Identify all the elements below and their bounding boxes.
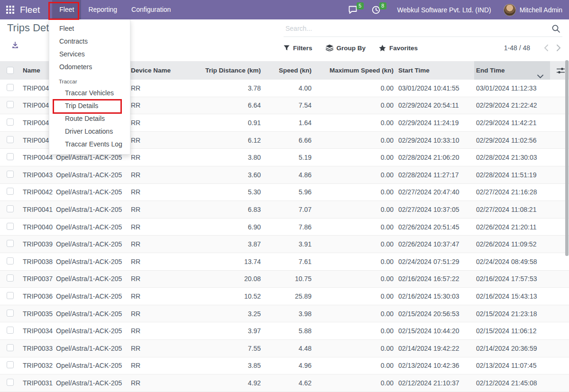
dropdown-item-driver-locations[interactable]: Driver Locations [49, 125, 130, 138]
row-checkbox[interactable] [7, 101, 14, 108]
row-checkbox[interactable] [7, 136, 14, 143]
row-checkbox[interactable] [7, 240, 14, 247]
search-icon[interactable] [551, 24, 560, 35]
cell-maximum-speed[interactable]: 0.00 [314, 171, 396, 179]
cell-speed[interactable]: 5.88 [264, 327, 314, 335]
cell-trip-distance[interactable]: 5.30 [190, 188, 264, 196]
cell-start-time[interactable]: 02/15/2024 10:44:20 [396, 327, 474, 335]
dropdown-item-fleet[interactable]: Fleet [49, 22, 130, 35]
table-row[interactable]: TRIP0032 Opel/Astra/1-ACK-205 RR 3.85 4.… [0, 357, 569, 375]
pager-count[interactable]: 1-48 / 48 [504, 44, 530, 52]
cell-end-time[interactable]: 02/15/2024 11:06:12 [474, 327, 550, 335]
cell-end-time[interactable]: 02/28/2024 11:51:19 [474, 171, 550, 179]
cell-speed[interactable]: 7.07 [264, 206, 314, 213]
cell-device-name[interactable]: RR [129, 188, 190, 196]
cell-end-time[interactable]: 02/14/2024 20:36:59 [474, 345, 550, 352]
cell-device-name[interactable]: RR [129, 345, 190, 352]
cell-maximum-speed[interactable]: 0.00 [314, 137, 396, 144]
cell-maximum-speed[interactable]: 0.00 [314, 206, 396, 213]
cell-speed[interactable]: 7.86 [264, 223, 314, 231]
cell-end-time[interactable]: 02/29/2024 11:02:56 [474, 137, 550, 144]
cell-speed[interactable]: 4.62 [264, 379, 314, 387]
table-row[interactable]: TRIP0040 Opel/Astra/1-ACK-205 RR 6.90 7.… [0, 219, 569, 236]
user-menu[interactable]: Mitchell Admin [520, 6, 562, 14]
cell-start-time[interactable]: 02/29/2024 20:54:11 [396, 101, 474, 109]
app-brand[interactable]: Fleet [20, 5, 40, 15]
cell-end-time[interactable]: 02/15/2024 21:23:18 [474, 310, 550, 318]
cell-device-name[interactable]: RR [129, 327, 190, 335]
column-header-trip-distance[interactable]: Trip Distance (km) [190, 61, 264, 80]
cell-trip-distance[interactable]: 6.64 [190, 101, 264, 109]
dropdown-item-trip-details[interactable]: Trip Details [49, 100, 130, 112]
cell-maximum-speed[interactable]: 0.00 [314, 84, 396, 92]
messages-button[interactable]: 5 [347, 0, 359, 19]
cell-maximum-speed[interactable]: 0.00 [314, 188, 396, 196]
cell-device-name[interactable]: RR [129, 101, 190, 109]
cell-trip-distance[interactable]: 6.12 [190, 137, 264, 144]
row-checkbox[interactable] [7, 361, 14, 368]
cell-vehicle[interactable]: Opel/Astra/1-ACK-205 [54, 171, 129, 179]
cell-speed[interactable]: 10.75 [264, 275, 314, 283]
cell-vehicle[interactable]: Opel/Astra/1-ACK-205 [54, 240, 129, 248]
dropdown-item-services[interactable]: Services [49, 48, 130, 61]
table-row[interactable]: TRIP0033 Opel/Astra/1-ACK-205 RR 7.55 4.… [0, 340, 569, 357]
row-checkbox[interactable] [7, 274, 14, 282]
cell-vehicle[interactable]: Opel/Astra/1-ACK-205 [54, 362, 129, 369]
row-checkbox[interactable] [7, 84, 14, 91]
column-header-end-time[interactable]: End Time [474, 61, 550, 80]
cell-maximum-speed[interactable]: 0.00 [314, 327, 396, 335]
cell-trip-distance[interactable]: 3.78 [190, 84, 264, 92]
cell-trip-distance[interactable]: 4.92 [190, 379, 264, 387]
cell-trip-distance[interactable]: 3.80 [190, 154, 264, 161]
cell-device-name[interactable]: RR [129, 310, 190, 318]
row-checkbox[interactable] [7, 310, 14, 317]
cell-speed[interactable]: 1.64 [264, 119, 314, 127]
cell-vehicle[interactable]: Opel/Astra/1-ACK-205 [54, 379, 129, 387]
column-header-maximum-speed[interactable]: Maximum Speed (kn) [314, 61, 396, 80]
cell-speed[interactable]: 4.86 [264, 171, 314, 179]
cell-start-time[interactable]: 02/27/2024 20:47:40 [396, 188, 474, 196]
cell-vehicle[interactable]: Opel/Astra/1-ACK-205 [54, 206, 129, 213]
group-by-button[interactable]: Group By [326, 45, 366, 52]
cell-name[interactable]: TRIP0042 [21, 188, 54, 196]
cell-speed[interactable]: 6.66 [264, 137, 314, 144]
cell-device-name[interactable]: RR [129, 171, 190, 179]
cell-name[interactable]: TRIP0031 [21, 379, 54, 387]
cell-trip-distance[interactable]: 3.97 [190, 327, 264, 335]
cell-end-time[interactable]: 02/26/2024 21:20:11 [474, 223, 550, 231]
cell-start-time[interactable]: 03/01/2024 10:41:55 [396, 84, 474, 92]
cell-maximum-speed[interactable]: 0.00 [314, 240, 396, 248]
cell-trip-distance[interactable]: 3.87 [190, 240, 264, 248]
cell-device-name[interactable]: RR [129, 119, 190, 127]
cell-name[interactable]: TRIP0032 [21, 362, 54, 369]
table-row[interactable]: TRIP0037 Opel/Astra/1-ACK-205 RR 20.08 1… [0, 271, 569, 288]
cell-end-time[interactable]: 02/12/2024 21:45:08 [474, 379, 550, 387]
cell-vehicle[interactable]: Opel/Astra/1-ACK-205 [54, 310, 129, 318]
cell-name[interactable]: TRIP0033 [21, 345, 54, 352]
cell-vehicle[interactable]: Opel/Astra/1-ACK-205 [54, 258, 129, 265]
cell-maximum-speed[interactable]: 0.00 [314, 275, 396, 283]
cell-name[interactable]: TRIP0038 [21, 258, 54, 265]
row-checkbox[interactable] [7, 344, 14, 351]
cell-name[interactable]: TRIP0034 [21, 327, 54, 335]
cell-maximum-speed[interactable]: 0.00 [314, 310, 396, 318]
table-row[interactable]: TRIP0043 Opel/Astra/1-ACK-205 RR 3.60 4.… [0, 166, 569, 184]
cell-vehicle[interactable]: Opel/Astra/1-ACK-205 [54, 327, 129, 335]
row-checkbox[interactable] [7, 257, 14, 264]
cell-maximum-speed[interactable]: 0.00 [314, 154, 396, 161]
cell-start-time[interactable]: 02/15/2024 20:56:53 [396, 310, 474, 318]
cell-name[interactable]: TRIP0037 [21, 275, 54, 283]
cell-vehicle[interactable]: Opel/Astra/1-ACK-205 [54, 345, 129, 352]
cell-speed[interactable]: 4.00 [264, 84, 314, 92]
cell-device-name[interactable]: RR [129, 258, 190, 265]
cell-name[interactable]: TRIP0035 [21, 310, 54, 318]
cell-name[interactable]: TRIP0044 [21, 154, 54, 161]
cell-end-time[interactable]: 02/27/2024 21:16:28 [474, 188, 550, 196]
user-avatar[interactable] [504, 4, 516, 16]
cell-start-time[interactable]: 02/26/2024 20:51:45 [396, 223, 474, 231]
navbar-menu-fleet[interactable]: Fleet [52, 0, 81, 19]
cell-speed[interactable]: 25.89 [264, 292, 314, 300]
cell-speed[interactable]: 5.96 [264, 188, 314, 196]
cell-end-time[interactable]: 02/27/2024 11:08:21 [474, 206, 550, 213]
cell-start-time[interactable]: 02/26/2024 10:37:47 [396, 240, 474, 248]
